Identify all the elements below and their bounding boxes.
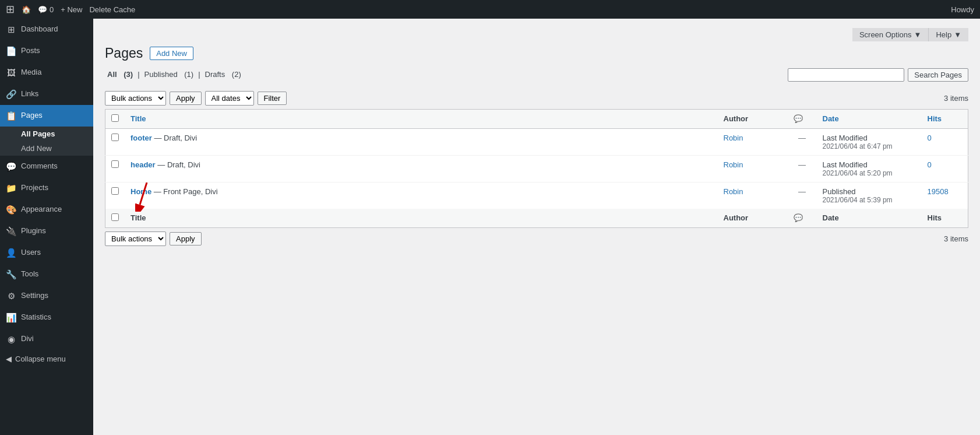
help-chevron: ▼	[954, 30, 961, 39]
add-new-button[interactable]: Add New	[150, 47, 193, 60]
filter-published[interactable]: Published (1)	[142, 70, 196, 79]
filter-button[interactable]: Filter	[258, 92, 287, 105]
wp-logo-icon[interactable]: ⊞	[6, 3, 15, 16]
col-footer-author: Author	[718, 209, 788, 228]
plugins-icon: 🔌	[6, 225, 16, 237]
author-link-home[interactable]: Robin	[724, 187, 743, 196]
page-title: Pages	[105, 45, 143, 62]
row-checkbox-home[interactable]	[111, 187, 119, 195]
date-label-footer: Last Modified	[823, 134, 916, 142]
sidebar-item-plugins[interactable]: 🔌 Plugins	[0, 220, 93, 242]
sidebar-item-label-links: Links	[21, 89, 38, 99]
toolbar-bottom: Bulk actions Apply 3 items	[105, 231, 968, 246]
help-button[interactable]: Help ▼	[929, 28, 968, 41]
table-row: footer — Draft, Divi Robin — Last Modifi…	[105, 128, 968, 155]
page-title-suffix-home: — Front Page, Divi	[154, 187, 218, 196]
col-footer-title: Title	[125, 209, 718, 228]
author-link-footer[interactable]: Robin	[724, 134, 743, 142]
page-title-link-home[interactable]: Home	[131, 187, 151, 196]
dashboard-icon: ⊞	[6, 23, 16, 36]
col-header-author: Author	[718, 109, 788, 128]
collapse-menu-button[interactable]: ◀ Collapse menu	[0, 350, 93, 368]
tools-icon: 🔧	[6, 268, 16, 280]
sidebar-item-label-divi: Divi	[21, 334, 34, 344]
page-title-link-header[interactable]: header	[131, 160, 156, 169]
filter-drafts[interactable]: Drafts (2)	[203, 70, 244, 79]
page-title-link-footer[interactable]: footer	[131, 134, 152, 142]
home-icon: 🏠	[22, 5, 31, 14]
items-count-top: 3 items	[944, 94, 968, 103]
filter-nav: All (3) | Published (1) | Drafts (2)	[105, 70, 244, 79]
statistics-icon: 📊	[6, 311, 16, 324]
row-checkbox-header[interactable]	[111, 160, 119, 168]
search-pages-button[interactable]: Search Pages	[908, 68, 968, 82]
adminbar-howdy: Howdy	[951, 5, 974, 14]
sidebar-item-pages[interactable]: 📋 Pages	[0, 105, 93, 127]
select-all-checkbox-top[interactable]	[111, 114, 119, 122]
author-link-header[interactable]: Robin	[724, 160, 743, 169]
page-header: Pages Add New	[105, 45, 968, 62]
bulk-actions-select-bottom[interactable]: Bulk actions	[105, 231, 166, 246]
sidebar-item-label-media: Media	[21, 67, 41, 78]
admin-bar: ⊞ 🏠 💬 0 + New Delete Cache Howdy	[0, 0, 980, 19]
col-header-comments: 💬	[788, 109, 817, 128]
submenu-all-pages[interactable]: All Pages	[0, 127, 93, 141]
table-row: Home — Front Page, Divi	[105, 182, 968, 209]
submenu-add-new[interactable]: Add New	[0, 141, 93, 156]
admin-sidebar: ⊞ Dashboard 📄 Posts 🖼 Media 🔗 Links 📋 Pa…	[0, 19, 93, 435]
date-sort-link[interactable]: Date	[823, 114, 839, 123]
col-footer-checkbox	[105, 209, 125, 228]
select-all-checkbox-bottom[interactable]	[111, 213, 119, 221]
divi-icon: ◉	[6, 333, 16, 345]
sidebar-item-tools[interactable]: 🔧 Tools	[0, 264, 93, 285]
date-filter-select[interactable]: All dates	[205, 91, 254, 106]
sidebar-item-appearance[interactable]: 🎨 Appearance	[0, 199, 93, 220]
apply-button-bottom[interactable]: Apply	[170, 232, 202, 245]
date-value-footer: 2021/06/04 at 6:47 pm	[823, 142, 916, 150]
main-content: Screen Options ▼ Help ▼ Pages Add New Al…	[93, 19, 980, 435]
col-header-checkbox	[105, 109, 125, 128]
sidebar-item-settings[interactable]: ⚙ Settings	[0, 285, 93, 307]
search-input[interactable]	[788, 68, 904, 82]
links-icon: 🔗	[6, 88, 16, 100]
hits-link-header[interactable]: 0	[928, 160, 932, 169]
page-title-suffix-footer: — Draft, Divi	[154, 134, 197, 142]
row-checkbox-footer[interactable]	[111, 134, 119, 141]
sidebar-item-label-settings: Settings	[21, 290, 48, 301]
sidebar-item-label-projects: Projects	[21, 183, 48, 193]
apply-button-top[interactable]: Apply	[170, 92, 202, 105]
filter-all[interactable]: All (3)	[105, 70, 135, 79]
top-bar: Screen Options ▼ Help ▼	[105, 24, 968, 45]
title-sort-link[interactable]: Title	[131, 114, 146, 123]
adminbar-comments[interactable]: 💬 0	[38, 5, 54, 14]
sidebar-item-divi[interactable]: ◉ Divi	[0, 328, 93, 350]
sidebar-item-links[interactable]: 🔗 Links	[0, 83, 93, 105]
hits-link-home[interactable]: 19508	[928, 187, 949, 196]
col-header-title: Title	[125, 109, 718, 128]
bulk-actions-select-top[interactable]: Bulk actions	[105, 91, 166, 106]
adminbar-delete-cache[interactable]: Delete Cache	[89, 5, 135, 14]
sidebar-item-label-tools: Tools	[21, 269, 38, 279]
sidebar-item-media[interactable]: 🖼 Media	[0, 62, 93, 83]
sidebar-item-posts[interactable]: 📄 Posts	[0, 40, 93, 62]
sidebar-item-projects[interactable]: 📁 Projects	[0, 177, 93, 199]
comments-cell-footer: —	[798, 134, 806, 142]
comments-cell-home: —	[798, 187, 806, 196]
comments-icon: 💬	[38, 5, 47, 14]
appearance-icon: 🎨	[6, 204, 16, 216]
sidebar-item-dashboard[interactable]: ⊞ Dashboard	[0, 19, 93, 40]
sidebar-item-label-statistics: Statistics	[21, 312, 51, 322]
toolbar-top: Bulk actions Apply All dates Filter 3 it…	[105, 91, 968, 106]
adminbar-new[interactable]: + New	[61, 5, 82, 14]
col-footer-hits: Hits	[922, 209, 968, 228]
sidebar-item-label-posts: Posts	[21, 45, 40, 56]
sidebar-item-comments[interactable]: 💬 Comments	[0, 156, 93, 177]
hits-link-footer[interactable]: 0	[928, 134, 932, 142]
sidebar-item-users[interactable]: 👤 Users	[0, 242, 93, 264]
hits-sort-link[interactable]: Hits	[928, 114, 942, 123]
sidebar-item-label-comments: Comments	[21, 161, 58, 171]
date-label-home: Published	[823, 187, 916, 196]
sidebar-item-statistics[interactable]: 📊 Statistics	[0, 307, 93, 328]
screen-options-button[interactable]: Screen Options ▼	[852, 28, 929, 41]
adminbar-home[interactable]: 🏠	[22, 5, 31, 14]
